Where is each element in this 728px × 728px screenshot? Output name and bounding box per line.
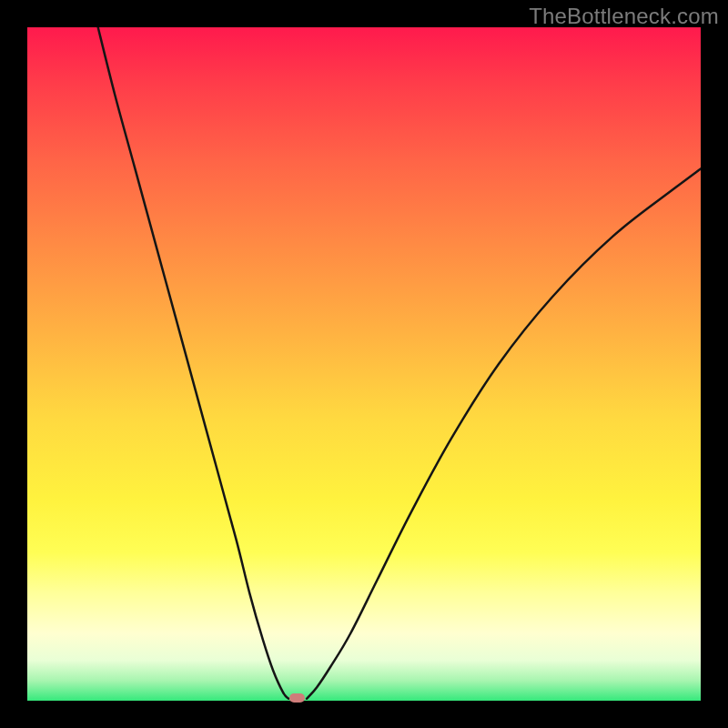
watermark-text: TheBottleneck.com	[529, 4, 719, 29]
bottleneck-curve	[27, 27, 701, 701]
minimum-marker	[289, 693, 305, 703]
curve-right-branch	[307, 168, 701, 698]
plot-area	[27, 27, 701, 701]
curve-left-branch	[98, 27, 288, 699]
chart-frame: TheBottleneck.com	[0, 0, 728, 728]
